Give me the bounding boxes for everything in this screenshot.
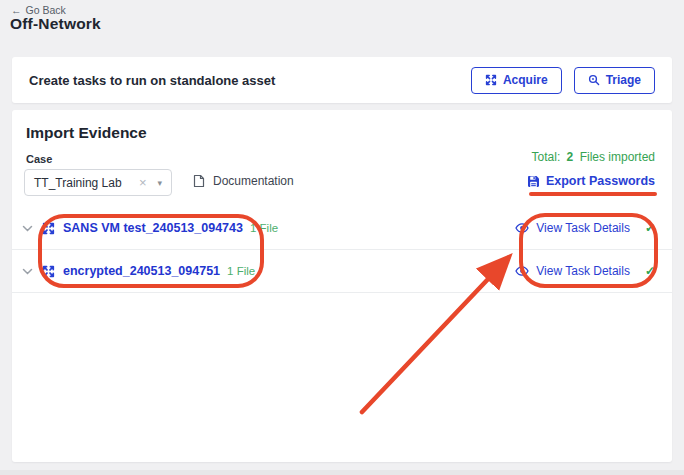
acquire-button[interactable]: Acquire	[471, 67, 562, 94]
export-passwords-link[interactable]: Export Passwords	[527, 174, 655, 188]
clear-icon[interactable]: ×	[139, 175, 147, 190]
window-bottom-edge	[0, 470, 684, 475]
case-select[interactable]: TT_Training Lab × ▾	[24, 169, 172, 196]
export-passwords-label: Export Passwords	[546, 174, 655, 188]
check-icon: ✓	[645, 221, 655, 235]
page-title: Off-Network	[10, 15, 101, 33]
evidence-file-count: 1 File	[227, 265, 255, 277]
task-bar-label: Create tasks to run on standalone asset	[29, 73, 275, 88]
case-select-value: TT_Training Lab	[34, 176, 139, 190]
view-task-details-link[interactable]: View Task Details	[536, 221, 630, 235]
document-icon	[193, 174, 205, 188]
view-task-details-link[interactable]: View Task Details	[536, 264, 630, 278]
check-icon: ✓	[645, 264, 655, 278]
evidence-row: encrypted_240513_094751 1 File View Task…	[12, 250, 672, 293]
total-files-imported: Total: 2 Files imported	[532, 150, 655, 164]
evidence-acquire-icon	[42, 265, 55, 278]
triage-button[interactable]: Triage	[574, 67, 655, 94]
eye-icon	[515, 266, 529, 276]
acquire-icon	[485, 74, 497, 86]
evidence-list: SANS VM test_240513_094743 1 File View T…	[12, 207, 672, 293]
evidence-acquire-icon	[42, 222, 55, 235]
total-suffix: Files imported	[580, 150, 655, 164]
total-prefix: Total:	[532, 150, 561, 164]
triage-icon	[588, 74, 600, 86]
standalone-task-bar: Create tasks to run on standalone asset …	[12, 57, 672, 103]
evidence-name-link[interactable]: encrypted_240513_094751	[63, 264, 220, 278]
acquire-button-label: Acquire	[503, 73, 548, 87]
chevron-down-icon[interactable]	[22, 225, 33, 232]
dropdown-caret-icon[interactable]: ▾	[157, 178, 162, 188]
evidence-row: SANS VM test_240513_094743 1 File View T…	[12, 207, 672, 250]
evidence-name-link[interactable]: SANS VM test_240513_094743	[63, 221, 243, 235]
documentation-link[interactable]: Documentation	[193, 174, 294, 188]
task-bar-actions: Acquire Triage	[471, 67, 655, 94]
total-count: 2	[567, 150, 574, 164]
case-label: Case	[26, 153, 52, 165]
evidence-file-count: 1 File	[250, 222, 278, 234]
save-icon	[527, 175, 540, 188]
import-evidence-title: Import Evidence	[26, 124, 147, 142]
eye-icon	[515, 223, 529, 233]
chevron-down-icon[interactable]	[22, 268, 33, 275]
triage-button-label: Triage	[606, 73, 641, 87]
documentation-label: Documentation	[213, 174, 294, 188]
